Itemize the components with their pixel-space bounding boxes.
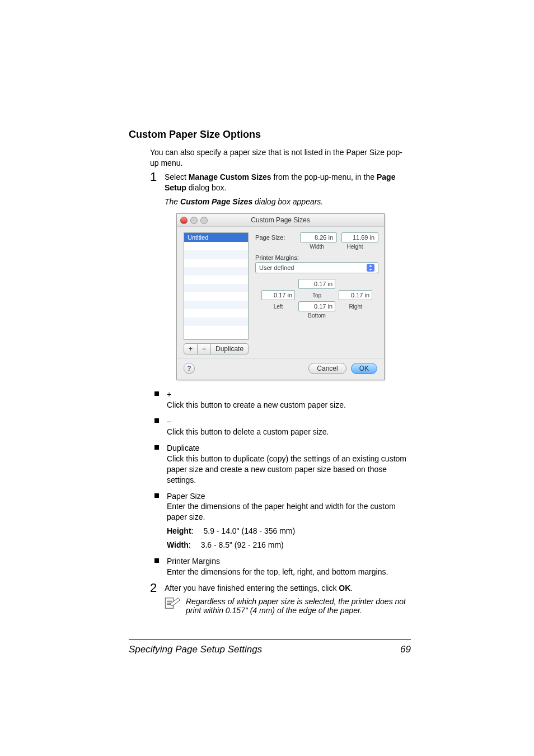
width-sublabel: Width: [300, 244, 334, 250]
bullet-paper-size: Paper Size Enter the dimensions of the p…: [154, 491, 411, 550]
step2-post: .: [350, 584, 353, 592]
custom-page-sizes-dialog: Custom Page Sizes Untitled + − Duplicate: [176, 213, 385, 380]
page-footer: Specifying Page Setup Settings 69: [129, 639, 411, 655]
footer-title: Specifying Page Setup Settings: [129, 644, 262, 655]
height-field[interactable]: 11.69 in: [341, 232, 378, 242]
margin-bottom-sublabel: Bottom: [298, 312, 335, 319]
bullet-minus: – Click this button to delete a custom p…: [154, 416, 411, 437]
step1-bold: Manage Custom Sizes: [189, 172, 271, 181]
height-spec-label: Height: [167, 526, 191, 535]
bullet-plus-desc: Click this button to create a new custom…: [167, 400, 411, 410]
section-heading: Custom Paper Size Options: [129, 129, 411, 141]
bullet-plus-title: +: [167, 389, 411, 400]
page-size-label: Page Size:: [255, 234, 296, 241]
width-spec-label: Width: [167, 540, 189, 549]
bullet-printer-margins-desc: Enter the dimensions for the top, left, …: [167, 567, 411, 577]
intro-paragraph: You can also specify a paper size that i…: [150, 147, 411, 169]
printer-margins-label: Printer Margins:: [255, 254, 378, 261]
add-button[interactable]: +: [184, 344, 198, 354]
remove-button[interactable]: −: [198, 344, 211, 354]
bullet-printer-margins: Printer Margins Enter the dimensions for…: [154, 556, 411, 577]
bullet-plus: + Click this button to create a new cust…: [154, 389, 411, 410]
height-spec-value: 5.9 - 14.0" (148 - 356 mm): [203, 526, 295, 536]
margin-right-sublabel: Right: [339, 304, 372, 310]
list-item-selected[interactable]: Untitled: [184, 233, 248, 242]
help-button[interactable]: ?: [184, 363, 195, 374]
step1-pre: Select: [165, 172, 189, 181]
dialog-titlebar: Custom Page Sizes: [177, 214, 384, 227]
step1-post: dialog box.: [186, 183, 227, 192]
step-number-2: 2: [150, 581, 157, 595]
step-1-text: Select Manage Custom Sizes from the pop-…: [165, 172, 411, 193]
printer-margins-select[interactable]: User defined: [255, 262, 378, 273]
margins-select-value: User defined: [259, 264, 294, 271]
step2-pre: After you have finished entering the set…: [165, 584, 339, 592]
step2-bold: OK: [339, 584, 350, 592]
caption-bold: Custom Page Sizes: [180, 197, 252, 206]
margin-top-sublabel: Top: [298, 292, 335, 298]
margin-bottom-field[interactable]: 0.17 in: [298, 301, 335, 311]
chevron-updown-icon: [367, 264, 374, 272]
bullet-duplicate-desc: Click this button to duplicate (copy) th…: [167, 454, 411, 486]
duplicate-button[interactable]: Duplicate: [211, 344, 248, 354]
margin-right-field[interactable]: 0.17 in: [339, 290, 372, 300]
margin-left-sublabel: Left: [261, 304, 295, 310]
caption-post: dialog box appears.: [252, 197, 323, 206]
bullet-minus-title: –: [167, 416, 411, 427]
step-2-text: After you have finished entering the set…: [165, 583, 411, 594]
height-spec-colon: :: [191, 526, 194, 535]
sizes-list[interactable]: Untitled: [184, 232, 249, 340]
margin-top-field[interactable]: 0.17 in: [298, 279, 335, 289]
bullet-duplicate: Duplicate Click this button to duplicate…: [154, 443, 411, 486]
width-spec-value: 3.6 - 8.5" (92 - 216 mm): [201, 540, 284, 550]
bullet-minus-desc: Click this button to delete a custom pap…: [167, 427, 411, 437]
width-field[interactable]: 8.26 in: [300, 232, 337, 242]
caption-pre: The: [165, 197, 180, 206]
bullet-paper-size-title: Paper Size: [167, 491, 411, 502]
step-number-1: 1: [150, 170, 157, 184]
page-number: 69: [400, 644, 411, 655]
dialog-title: Custom Page Sizes: [177, 216, 384, 224]
bullet-paper-size-desc: Enter the dimensions of the paper height…: [167, 501, 411, 522]
note-text: Regardless of which paper size is select…: [186, 597, 411, 615]
note-icon: [165, 597, 179, 611]
dialog-caption: The Custom Page Sizes dialog box appears…: [165, 197, 411, 207]
cancel-button[interactable]: Cancel: [308, 363, 346, 374]
width-spec-colon: :: [189, 540, 191, 549]
bullet-printer-margins-title: Printer Margins: [167, 556, 411, 567]
margin-left-field[interactable]: 0.17 in: [261, 290, 295, 300]
ok-button[interactable]: OK: [351, 363, 377, 374]
height-sublabel: Height: [338, 244, 372, 250]
step1-mid: from the pop-up-menu, in the: [271, 172, 377, 181]
bullet-duplicate-title: Duplicate: [167, 443, 411, 454]
